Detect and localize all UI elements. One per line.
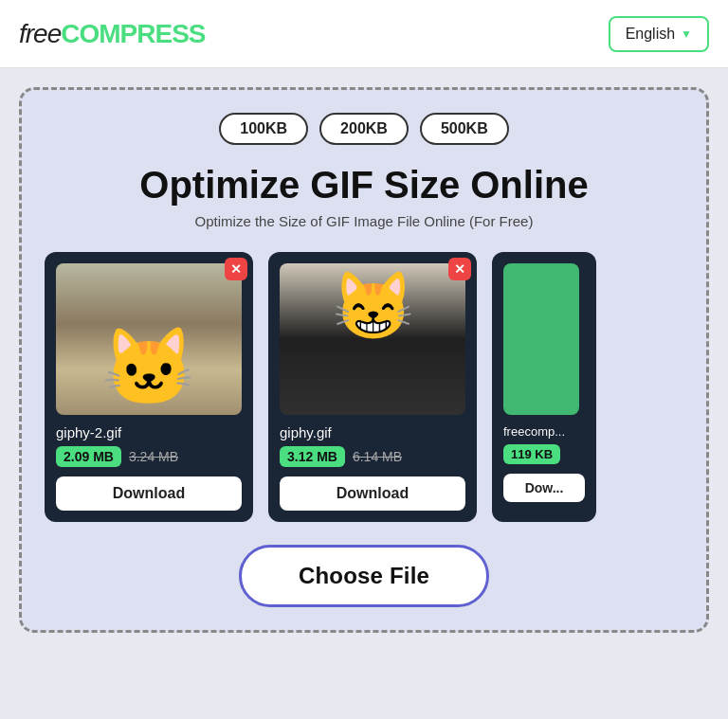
- card-sizes-1: 2.09 MB 3.24 MB: [56, 446, 242, 467]
- gif-preview-1: [56, 263, 242, 415]
- size-new-2: 3.12 MB: [280, 446, 345, 467]
- page-title: Optimize GIF Size Online: [45, 164, 683, 206]
- logo: freeCOMPRESS: [19, 19, 206, 49]
- gif-preview-2: [280, 263, 465, 415]
- gif-preview-3: [503, 263, 579, 415]
- page-subtitle: Optimize the Size of GIF Image File Onli…: [45, 213, 683, 229]
- preset-200kb[interactable]: 200KB: [319, 113, 409, 145]
- close-button-1[interactable]: ✕: [225, 258, 247, 280]
- choose-file-button[interactable]: Choose File: [239, 545, 489, 607]
- size-presets: 100KB 200KB 500KB: [45, 113, 683, 145]
- upload-area: 100KB 200KB 500KB Optimize GIF Size Onli…: [19, 87, 709, 633]
- filename-3: freecomp...: [503, 424, 585, 439]
- file-card-2: ✕ giphy.gif 3.12 MB 6.14 MB Download: [268, 252, 477, 522]
- preset-100kb[interactable]: 100KB: [219, 113, 308, 145]
- card-sizes-3: 119 KB: [503, 444, 585, 464]
- size-old-1: 3.24 MB: [129, 449, 178, 464]
- preset-500kb[interactable]: 500KB: [420, 113, 509, 145]
- chevron-down-icon: ▼: [681, 27, 692, 41]
- choose-file-area: Choose File: [45, 545, 683, 607]
- filename-2: giphy.gif: [280, 424, 465, 440]
- size-new-1: 2.09 MB: [56, 446, 121, 467]
- size-old-2: 6.14 MB: [353, 449, 402, 464]
- close-button-2[interactable]: ✕: [448, 258, 471, 280]
- download-button-1[interactable]: Download: [56, 476, 242, 511]
- file-cards-container: ✕ giphy-2.gif 2.09 MB 3.24 MB Download ✕…: [45, 252, 683, 522]
- file-card-1: ✕ giphy-2.gif 2.09 MB 3.24 MB Download: [45, 252, 253, 522]
- card-sizes-2: 3.12 MB 6.14 MB: [280, 446, 465, 467]
- size-new-3: 119 KB: [503, 444, 560, 464]
- main-content: 100KB 200KB 500KB Optimize GIF Size Onli…: [0, 68, 728, 719]
- file-card-3: freecomp... 119 KB Dow...: [492, 252, 596, 522]
- header: freeCOMPRESS English ▼: [0, 0, 728, 68]
- language-label: English: [626, 26, 675, 43]
- filename-1: giphy-2.gif: [56, 424, 242, 440]
- logo-free: free: [19, 19, 61, 48]
- logo-compress: COMPRESS: [61, 19, 205, 48]
- download-button-2[interactable]: Download: [280, 476, 465, 511]
- download-button-3[interactable]: Dow...: [503, 474, 585, 502]
- language-button[interactable]: English ▼: [609, 16, 709, 52]
